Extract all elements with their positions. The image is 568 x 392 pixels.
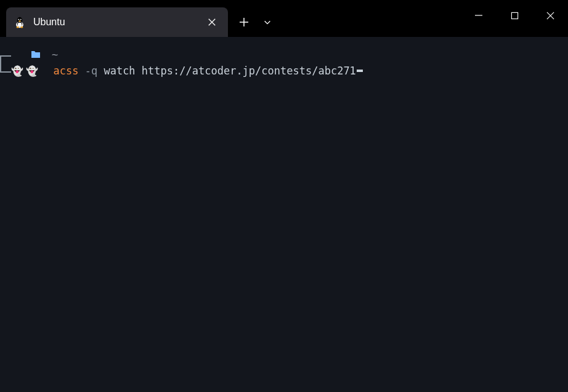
command-text	[41, 64, 53, 79]
ghost-icon: 👻	[26, 65, 38, 78]
minimize-button[interactable]	[461, 0, 497, 31]
terminal-cursor	[357, 70, 363, 72]
terminal-area[interactable]: ~ 👻 👻 acss -q watch https://atcoder.jp/c…	[0, 37, 568, 392]
close-window-button[interactable]	[532, 0, 568, 31]
close-tab-button[interactable]	[203, 14, 221, 31]
titlebar: Ubuntu	[0, 0, 568, 37]
ghost-icon: 👻	[11, 65, 23, 78]
prompt-path-line: ~	[0, 48, 568, 63]
command-argument: https://atcoder.jp/contests/abc271	[142, 64, 356, 79]
maximize-button[interactable]	[497, 0, 532, 31]
command-program: acss	[53, 64, 78, 79]
current-directory: ~	[52, 48, 58, 63]
command-subcommand: watch	[103, 64, 135, 79]
command-flag: -q	[85, 64, 97, 79]
svg-rect-11	[511, 12, 517, 18]
command-line: 👻 👻 acss -q watch https://atcoder.jp/con…	[0, 64, 568, 79]
svg-point-10	[20, 26, 23, 28]
svg-point-3	[18, 23, 22, 27]
tab-title: Ubuntu	[33, 17, 203, 28]
prompt-bracket-icon	[0, 55, 11, 71]
tab-dropdown-button[interactable]	[256, 7, 278, 37]
folder-icon	[31, 49, 41, 62]
svg-point-8	[18, 20, 20, 22]
svg-point-6	[18, 20, 19, 20]
tab-ubuntu[interactable]: Ubuntu	[6, 7, 228, 37]
svg-point-7	[20, 20, 21, 20]
window-controls	[461, 0, 568, 31]
tux-icon	[14, 16, 26, 28]
prompt-bracket-icon	[0, 71, 11, 73]
new-tab-button[interactable]	[232, 7, 256, 37]
svg-point-9	[17, 26, 19, 28]
